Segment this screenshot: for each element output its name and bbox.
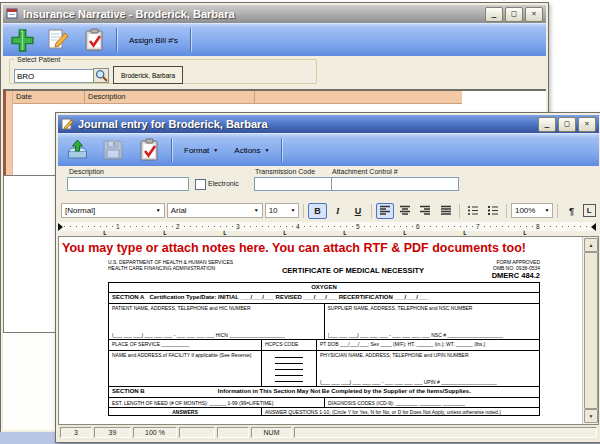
selected-patient-button[interactable]: Broderick, Barbara (113, 66, 183, 84)
hcpcs-blanks (261, 351, 316, 386)
bold-button[interactable]: B (308, 203, 326, 219)
maximize-button[interactable]: □ (558, 117, 576, 132)
supplier-cell: SUPPLIER NAME, ADDRESS, TELEPHONE and NS… (324, 304, 540, 339)
section-b-text: Information in This Section May Not Be C… (153, 388, 536, 395)
insurance-caption-buttons: _ □ ✕ (485, 7, 543, 22)
electronic-checkbox[interactable] (195, 179, 206, 190)
book-icon (6, 8, 19, 20)
close-button[interactable]: ✕ (525, 7, 543, 22)
scroll-up-button[interactable]: ▲ (584, 238, 598, 252)
numbered-list-button[interactable] (484, 203, 502, 219)
vertical-scrollbar[interactable]: ▲ ▼ (582, 237, 598, 424)
insurance-window-title: Insurance Narrative - Broderick, Barbara (23, 8, 481, 20)
patient-search-input[interactable] (14, 69, 94, 83)
minimize-button[interactable]: _ (538, 117, 556, 132)
ruler-left-margin-marker[interactable] (58, 223, 63, 231)
grid-row-selector-header (6, 91, 13, 103)
font-size-select[interactable]: 10 ▼ (265, 203, 300, 218)
attach-file-button[interactable] (61, 136, 93, 164)
physician-label: PHYSICIAN NAME, ADDRESS, TELEPHONE and U… (320, 352, 536, 358)
save-button[interactable] (97, 136, 129, 164)
chevron-down-icon: ▼ (156, 208, 161, 213)
patient-label: PATIENT NAME, ADDRESS, TELEPHONE and HIC… (112, 305, 321, 311)
align-left-icon (379, 205, 391, 216)
verify-entry-button[interactable] (133, 136, 165, 164)
new-narrative-button[interactable] (6, 26, 38, 54)
bullet-list-button[interactable] (464, 203, 482, 219)
ruler-number: 2 (175, 222, 181, 231)
ruler-number: 4 (295, 222, 301, 231)
justify-button[interactable] (437, 203, 455, 219)
format-separator (303, 204, 304, 218)
nsc-line: (___ ___ ___) ___ ___ ___ - ___ ___ ___ … (328, 332, 538, 338)
status-cell-line: 3 (60, 427, 92, 438)
ruler-right-margin-marker[interactable] (591, 223, 596, 231)
patient-search-button[interactable] (93, 68, 109, 83)
format-menu-label: Format (184, 146, 209, 155)
description-input[interactable] (67, 177, 189, 191)
desktop: Insurance Narrative - Broderick, Barbara… (0, 0, 600, 444)
layout-button[interactable]: L (583, 204, 596, 217)
cmn-form-header: U.S. DEPARTMENT OF HEALTH & HUMAN SERVIC… (108, 259, 540, 280)
assign-bill-numbers-button[interactable]: Assign Bill #'s (123, 33, 184, 48)
toolbar-separator (281, 138, 282, 162)
edit-narrative-button[interactable] (42, 26, 74, 54)
underline-button[interactable]: U (349, 203, 367, 219)
chevron-down-icon: ▼ (265, 148, 270, 153)
insurance-title-bar[interactable]: Insurance Narrative - Broderick, Barbara… (3, 5, 546, 23)
grid-row-selector-column (6, 103, 13, 175)
verify-narrative-button[interactable] (78, 26, 110, 54)
grid-column-description[interactable]: Description (85, 91, 255, 103)
scrollbar-thumb[interactable] (584, 252, 598, 409)
format-separator (557, 204, 558, 218)
italic-button[interactable]: I (329, 203, 347, 219)
minimize-button[interactable]: _ (485, 7, 503, 22)
zoom-select[interactable]: 100% ▼ (511, 203, 553, 218)
blank-line (275, 375, 303, 376)
actions-menu[interactable]: Actions ▼ (228, 139, 275, 161)
status-cell-blank (217, 427, 249, 438)
journal-window-title: Journal entry for Broderick, Barbara (78, 118, 534, 130)
style-value: [Normal] (65, 206, 95, 215)
format-menu[interactable]: Format ▼ (178, 139, 224, 161)
agency-line-2: HEALTH CARE FINANCING ADMINISTRATION (108, 265, 258, 271)
actions-menu-label: Actions (234, 146, 260, 155)
style-select[interactable]: [Normal] ▼ (61, 203, 165, 218)
approval-block: FORM APPROVED OMB NO. 0938-0534 DMERC 48… (448, 259, 540, 280)
grid-column-date[interactable]: Date (13, 91, 85, 103)
font-select[interactable]: Arial ▼ (167, 203, 263, 218)
paragraph-marks-button[interactable]: ¶ (562, 203, 580, 219)
ruler-number: 8 (535, 222, 541, 231)
select-patient-group: Select Patient Broderick, Barbara (9, 56, 317, 84)
status-cell-column: 39 (94, 427, 131, 438)
status-cell-message (294, 427, 597, 438)
format-separator (371, 204, 372, 218)
close-button[interactable]: ✕ (578, 117, 596, 132)
magnifier-icon (95, 69, 108, 82)
align-right-button[interactable] (416, 203, 434, 219)
journal-title-bar[interactable]: Journal entry for Broderick, Barbara _ □… (58, 115, 599, 133)
scroll-down-button[interactable]: ▼ (584, 409, 598, 423)
journal-toolbar: Format ▼ Actions ▼ (58, 133, 599, 167)
upin-line: (___ ___ ___) ___ ___ ___ - ___ ___ ___ … (320, 379, 537, 385)
maximize-button[interactable]: □ (505, 7, 523, 22)
section-b-row: SECTION B Information in This Section Ma… (109, 386, 539, 397)
align-right-icon (419, 205, 431, 216)
align-center-button[interactable] (396, 203, 414, 219)
attachment-control-label: Attachment Control # (332, 168, 398, 175)
place-of-service: PLACE OF SERVICE __________ (109, 340, 261, 350)
pencil-note-icon (61, 118, 74, 130)
electronic-label: Electronic (208, 180, 239, 187)
attachment-control-input[interactable] (331, 177, 459, 191)
transmission-code-input[interactable] (254, 177, 333, 191)
chevron-down-icon: ▼ (290, 208, 295, 213)
format-separator (506, 204, 507, 218)
document-editor[interactable]: You may type or attach notes here. You c… (58, 236, 599, 425)
blank-line (275, 369, 303, 370)
numbered-list-icon (487, 205, 499, 216)
align-left-button[interactable] (376, 203, 394, 219)
hicn-line: (___ ___ ___) ___ ___ ___ - ___ ___ ___ … (112, 332, 322, 338)
ruler[interactable]: 1 2 3 4 5 6 7 8 L L L L L L L L (58, 221, 599, 236)
plus-icon (10, 28, 35, 53)
page-pencil-icon (46, 28, 70, 52)
